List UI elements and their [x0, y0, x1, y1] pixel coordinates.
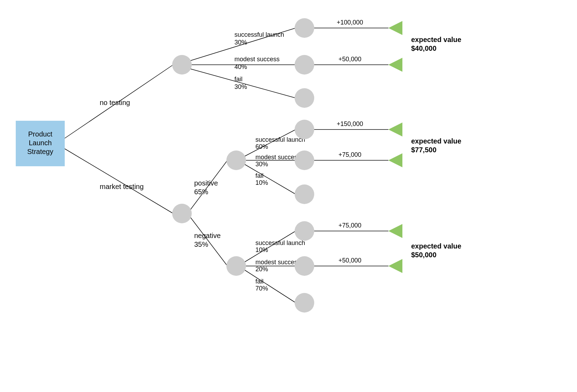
nt-success-prob: 30% — [234, 39, 247, 46]
edge-neg-success — [245, 231, 296, 262]
node-pos-success — [295, 120, 314, 139]
nt-ev-label: expected value — [411, 36, 461, 43]
neg-fail-prob: 70% — [255, 285, 268, 292]
chance-node-negative — [226, 256, 246, 276]
end-nt-success — [388, 21, 402, 35]
pos-fail-prob: 10% — [255, 179, 268, 186]
node-nt-modest — [295, 55, 314, 75]
mt-positive-label: positive — [194, 179, 218, 187]
nt-modest-label: modest success — [234, 56, 280, 63]
root-line3: Strategy — [27, 148, 53, 155]
mt-positive-prob: 65% — [194, 188, 208, 196]
neg-modest-label: modest success — [255, 259, 301, 266]
neg-modest-value: +50,000 — [338, 257, 361, 264]
mt-negative-label: negative — [194, 232, 221, 239]
pos-modest-prob: 30% — [255, 161, 268, 168]
pos-ev-amount: $77,500 — [411, 146, 436, 154]
nt-success-value: +100,000 — [337, 19, 363, 26]
pos-modest-value: +75,000 — [338, 151, 361, 158]
node-neg-modest — [295, 256, 314, 276]
chance-node-market-testing — [172, 204, 192, 223]
neg-success-label: successful launch — [255, 239, 305, 246]
decision-tree-diagram: Product Launch Strategy no testing marke… — [0, 0, 577, 392]
node-pos-fail — [295, 184, 314, 204]
neg-fail-label: fail — [255, 278, 263, 285]
end-nt-modest — [388, 58, 402, 72]
root-line1: Product — [28, 130, 52, 138]
nt-modest-prob: 40% — [234, 63, 247, 70]
mt-negative-prob: 35% — [194, 240, 208, 248]
pos-ev-label: expected value — [411, 137, 461, 145]
pos-modest-label: modest success — [255, 154, 301, 161]
svg-point-1 — [172, 55, 192, 75]
end-pos-modest — [388, 153, 402, 167]
pos-success-value: +150,000 — [337, 120, 363, 127]
node-nt-fail — [295, 88, 314, 108]
nt-ev-amount: $40,000 — [411, 44, 436, 52]
node-neg-success — [295, 221, 314, 241]
end-neg-modest — [388, 259, 402, 273]
pos-success-label: successful launch — [255, 136, 305, 143]
neg-success-value: +75,000 — [338, 222, 361, 229]
nt-modest-value: +50,000 — [338, 56, 361, 63]
pos-fail-label: fail — [255, 172, 263, 179]
label-no-testing: no testing — [100, 99, 130, 106]
edge-neg-fail — [245, 270, 296, 303]
neg-ev-amount: $50,000 — [411, 251, 436, 259]
node-neg-fail — [295, 293, 314, 313]
node-nt-success — [295, 18, 314, 38]
nt-success-label: successful launch — [234, 31, 284, 38]
pos-success-prob: 60% — [255, 143, 268, 150]
end-pos-success — [388, 122, 402, 136]
neg-success-prob: 10% — [255, 246, 268, 253]
edge-root-markettesting — [65, 149, 173, 214]
node-pos-modest — [295, 150, 314, 170]
chance-node-no-testing — [172, 55, 192, 75]
label-market-testing: market testing — [100, 183, 144, 190]
nt-fail-prob: 30% — [234, 83, 247, 90]
chance-node-positive — [226, 150, 246, 170]
neg-modest-prob: 20% — [255, 266, 268, 273]
root-node: Product Launch Strategy — [16, 121, 65, 166]
neg-ev-label: expected value — [411, 242, 461, 250]
end-neg-success — [388, 224, 402, 238]
root-line2: Launch — [29, 139, 52, 147]
nt-fail-label: fail — [234, 76, 242, 83]
edge-pos-fail — [245, 164, 296, 194]
